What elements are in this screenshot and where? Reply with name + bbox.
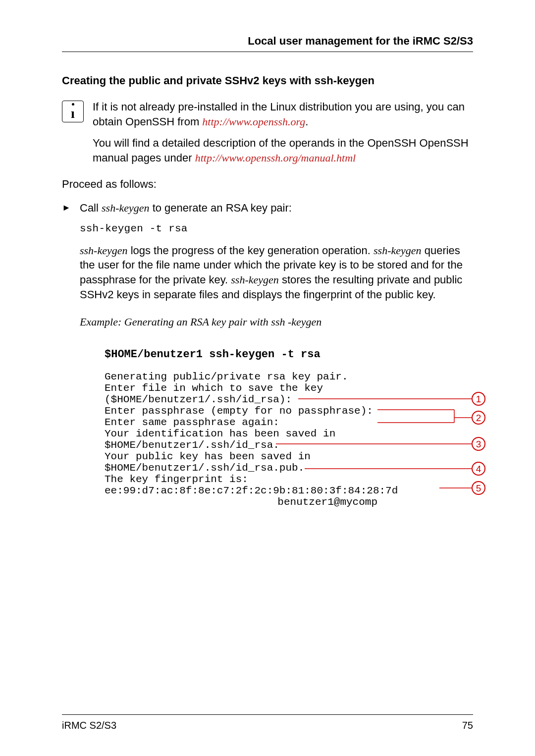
tl11: ee:99:d7:ac:8f:8e:c7:2f:2c:9b:81:80:3f:8… <box>105 485 485 496</box>
terminal-output: Generating public/private rsa key pair. … <box>105 371 485 508</box>
step1-paragraph: ssh-keygen logs the progress of the key … <box>80 243 473 302</box>
step-block: ► Call ssh-keygen to generate an RSA key… <box>62 201 473 508</box>
footer-left: iRMC S2/S3 <box>62 720 116 731</box>
page-footer: iRMC S2/S3 75 <box>62 714 473 731</box>
tl5: Enter same passphrase again: <box>105 417 485 428</box>
tl12: benutzer1@mycomp <box>105 496 485 508</box>
tl10: The key fingerprint is: <box>105 474 485 485</box>
step-arrow-icon: ► <box>62 203 71 508</box>
tl1: Generating public/private rsa key pair. <box>105 371 485 382</box>
tl7: $HOME/benutzer1/.ssh/id_rsa. <box>105 439 485 451</box>
openssh-manual-link[interactable]: http://www.openssh.org/manual.html <box>195 152 356 164</box>
terminal-block: $HOME/benutzer1 ssh-keygen -t rsa Genera… <box>105 349 485 508</box>
sp-e: ssh-keygen <box>231 273 279 286</box>
info-icon: ı <box>62 101 84 122</box>
info-para2: You will find a detailed description of … <box>93 136 473 165</box>
info-para1: If it is not already pre-installed in th… <box>93 100 473 129</box>
info-para1-post: . <box>305 115 308 128</box>
proceed-text: Proceed as follows: <box>62 178 473 191</box>
tl6: Your identification has been saved in <box>105 428 485 439</box>
info-letter: ı <box>71 107 75 120</box>
sp-a: ssh-keygen <box>80 244 128 257</box>
code-block: ssh-keygen -t rsa <box>80 222 473 236</box>
info-text: If it is not already pre-installed in th… <box>93 100 473 165</box>
info-block: ı If it is not already pre-installed in … <box>62 100 473 165</box>
step1-cmd: ssh-keygen <box>102 202 150 214</box>
openssh-link[interactable]: http://www.openssh.org <box>202 115 305 128</box>
footer-right: 75 <box>462 720 473 731</box>
step-body: Call ssh-keygen to generate an RSA key p… <box>80 201 473 508</box>
tl2: Enter file in which to save the key <box>105 382 485 394</box>
step1-post: to generate an RSA key pair: <box>150 202 292 214</box>
tl9: $HOME/benutzer1/.ssh/id_rsa.pub. <box>105 462 485 474</box>
tl4: Enter passphrase (empty for no passphras… <box>105 405 485 417</box>
header-title: Local user management for the iRMC S2/S3 <box>248 35 473 47</box>
tl3: ($HOME/benutzer1/.ssh/id_rsa): <box>105 394 485 405</box>
tl8: Your public key has been saved in <box>105 451 485 462</box>
terminal-command: $HOME/benutzer1 ssh-keygen -t rsa <box>105 349 485 360</box>
sp-c: ssh-keygen <box>374 244 422 257</box>
section-subheading: Creating the public and private SSHv2 ke… <box>62 74 473 87</box>
page-header: Local user management for the iRMC S2/S3 <box>62 35 473 52</box>
step1-line: Call ssh-keygen to generate an RSA key p… <box>80 201 473 216</box>
info-dot <box>72 103 74 106</box>
sp-b: logs the progress of the key generation … <box>128 244 374 257</box>
step1-pre: Call <box>80 202 102 214</box>
example-title: Example: Generating an RSA key pair with… <box>80 315 473 329</box>
